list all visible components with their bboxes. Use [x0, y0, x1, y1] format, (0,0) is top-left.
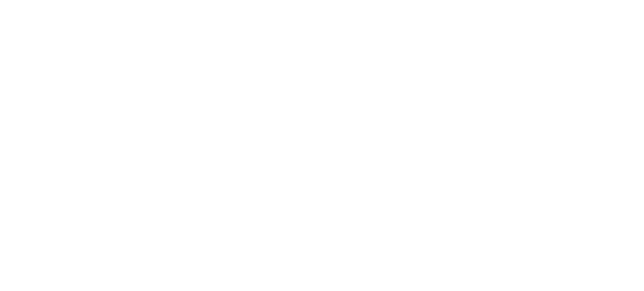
chart-canvas [0, 0, 644, 291]
accelerometer-chart-page [0, 0, 644, 291]
